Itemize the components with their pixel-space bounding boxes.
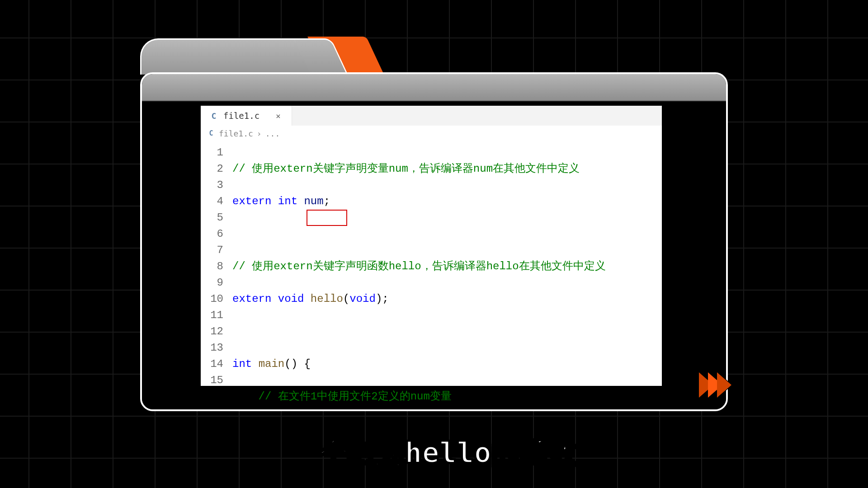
folder-window: C file1.c × C file1.c › ... 1 2 3 xyxy=(140,38,728,411)
line-number: 10 xyxy=(201,291,223,307)
c-file-icon: C xyxy=(209,111,219,121)
c-file-icon: C xyxy=(207,129,215,137)
chevron-right-icon xyxy=(717,372,731,398)
code-editor: C file1.c × C file1.c › ... 1 2 3 xyxy=(201,106,662,386)
line-number: 3 xyxy=(201,177,223,193)
editor-tab-bar: C file1.c × xyxy=(201,106,662,126)
folder-titlebar xyxy=(142,74,726,101)
line-number: 12 xyxy=(201,324,223,340)
line-number: 8 xyxy=(201,258,223,275)
code-area[interactable]: 1 2 3 4 5 6 7 8 9 10 11 12 13 14 xyxy=(201,141,662,411)
folder-body: C file1.c × C file1.c › ... 1 2 3 xyxy=(140,72,728,411)
line-number: 9 xyxy=(201,275,223,291)
close-icon[interactable]: × xyxy=(273,111,283,121)
line-number: 7 xyxy=(201,242,223,258)
chevron-right-icon: › xyxy=(257,129,262,138)
line-number: 6 xyxy=(201,226,223,242)
subtitle-caption: 一个名为hello的函数 xyxy=(0,434,868,472)
code-text[interactable]: // 使用extern关键字声明变量num，告诉编译器num在其他文件中定义 e… xyxy=(230,141,606,411)
line-number: 2 xyxy=(201,161,223,177)
line-number: 4 xyxy=(201,193,223,210)
chevron-decoration xyxy=(704,372,731,398)
breadcrumb-ellipsis: ... xyxy=(265,129,280,138)
breadcrumb[interactable]: C file1.c › ... xyxy=(201,126,662,141)
line-number: 14 xyxy=(201,356,223,372)
file-tab-label: file1.c xyxy=(223,111,259,121)
line-number: 11 xyxy=(201,307,223,324)
line-number: 15 xyxy=(201,372,223,389)
file-tab-file1[interactable]: C file1.c × xyxy=(201,106,292,126)
line-number: 13 xyxy=(201,340,223,356)
highlight-box-hello xyxy=(307,210,347,226)
breadcrumb-file: file1.c xyxy=(219,129,253,138)
folder-tab xyxy=(140,38,319,75)
line-number: 5 xyxy=(201,210,223,226)
line-number: 1 xyxy=(201,145,223,161)
line-number-gutter: 1 2 3 4 5 6 7 8 9 10 11 12 13 14 xyxy=(201,141,230,411)
folder-content: C file1.c × C file1.c › ... 1 2 3 xyxy=(142,101,726,409)
